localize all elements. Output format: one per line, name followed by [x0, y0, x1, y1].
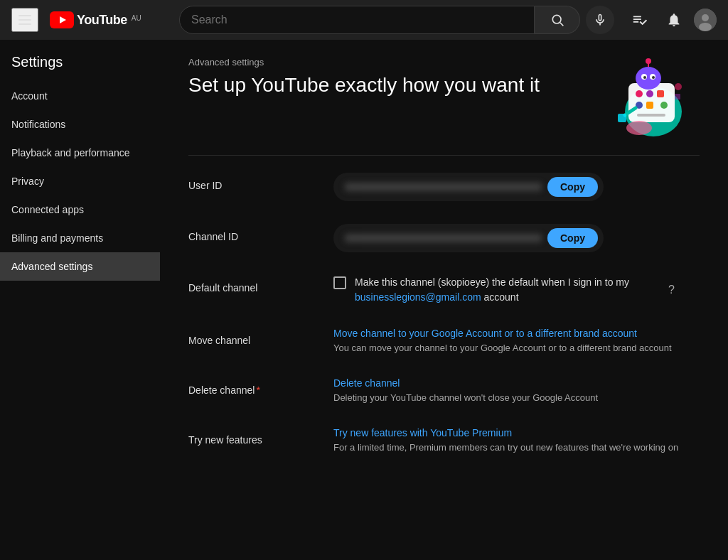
avatar[interactable] — [694, 9, 717, 31]
move-channel-value: Move channel to your Google Account or t… — [333, 328, 700, 355]
channel-id-label: Channel ID — [188, 224, 316, 242]
header: YouTube AU — [0, 0, 728, 40]
svg-rect-15 — [637, 114, 665, 117]
user-id-blur — [345, 183, 542, 191]
section-divider — [188, 155, 700, 156]
svg-point-22 — [646, 58, 651, 64]
sidebar-item-privacy[interactable]: Privacy — [0, 167, 160, 195]
settings-row-delete-channel: Delete channel* Delete channel Deleting … — [188, 377, 700, 404]
user-id-copy-button[interactable]: Copy — [547, 177, 598, 197]
hamburger-button[interactable] — [11, 8, 38, 32]
section-header-text: Advanced settings Set up YouTube exactly… — [188, 57, 540, 97]
move-channel-link[interactable]: Move channel to your Google Account or t… — [333, 328, 700, 339]
search-button[interactable] — [535, 6, 580, 34]
sidebar-item-label: Billing and payments — [11, 232, 103, 244]
search-input-wrap — [179, 6, 535, 34]
try-features-sub: For a limited time, Premium members can … — [333, 441, 700, 454]
page-body: Settings Account Notifications Playback … — [0, 40, 728, 560]
try-features-link-section: Try new features with YouTube Premium Fo… — [333, 427, 700, 454]
channel-id-blur — [345, 234, 542, 242]
svg-point-9 — [636, 90, 643, 97]
channel-email: businesslegions@gmail.com — [355, 291, 481, 303]
channel-id-copy-button[interactable]: Copy — [547, 228, 598, 248]
sidebar-item-label: Notifications — [11, 119, 65, 130]
country-label: AU — [132, 14, 141, 22]
svg-point-20 — [652, 76, 655, 79]
create-button[interactable] — [626, 6, 654, 34]
svg-line-3 — [560, 23, 563, 26]
section-header: Advanced settings Set up YouTube exactly… — [188, 57, 700, 144]
header-left: YouTube AU — [11, 8, 168, 32]
svg-rect-13 — [646, 102, 653, 109]
delete-channel-link[interactable]: Delete channel — [333, 377, 700, 389]
sidebar-item-playback[interactable]: Playback and performance — [0, 139, 160, 167]
user-id-field: Copy — [333, 173, 604, 201]
sidebar-item-notifications[interactable]: Notifications — [0, 110, 160, 139]
main-content: Advanced settings Set up YouTube exactly… — [160, 40, 728, 560]
delete-channel-sub: Deleting your YouTube channel won't clos… — [333, 392, 700, 404]
svg-rect-27 — [675, 94, 680, 99]
sidebar: Settings Account Notifications Playback … — [0, 40, 160, 560]
sidebar-item-label: Advanced settings — [11, 261, 92, 272]
delete-channel-value: Delete channel Deleting your YouTube cha… — [333, 377, 700, 404]
user-id-label: User ID — [188, 173, 316, 191]
settings-row-user-id: User ID Copy — [188, 173, 700, 201]
settings-row-try-features: Try new features Try new features with Y… — [188, 427, 700, 454]
svg-point-10 — [646, 90, 653, 97]
sidebar-item-connected-apps[interactable]: Connected apps — [0, 195, 160, 224]
svg-point-6 — [699, 23, 712, 31]
header-right — [626, 6, 717, 34]
svg-point-5 — [702, 14, 709, 21]
required-marker: * — [256, 384, 259, 396]
try-features-link[interactable]: Try new features with YouTube Premium — [333, 427, 700, 438]
delete-channel-label: Delete channel* — [188, 377, 316, 396]
mic-button[interactable] — [586, 6, 614, 34]
svg-rect-24 — [618, 114, 626, 122]
sidebar-item-label: Account — [11, 90, 48, 102]
delete-channel-link-section: Delete channel Deleting your YouTube cha… — [333, 377, 700, 404]
checkbox-row: Make this channel (skopioeye) the defaul… — [333, 275, 675, 305]
default-channel-text: Make this channel (skopioeye) the defaul… — [355, 275, 654, 305]
svg-point-26 — [675, 83, 682, 90]
default-channel-checkbox[interactable] — [333, 276, 346, 289]
youtube-logo-icon — [50, 11, 74, 28]
move-channel-link-section: Move channel to your Google Account or t… — [333, 328, 700, 355]
youtube-wordmark: YouTube — [77, 13, 127, 28]
move-channel-sub: You can move your channel to your Google… — [333, 342, 700, 355]
move-channel-label: Move channel — [188, 328, 316, 346]
hero-illustration — [586, 51, 700, 144]
try-features-label: Try new features — [188, 427, 316, 446]
svg-rect-11 — [657, 90, 664, 97]
youtube-logo[interactable]: YouTube AU — [50, 11, 141, 28]
default-channel-value: Make this channel (skopioeye) the defaul… — [333, 275, 700, 305]
try-features-value: Try new features with YouTube Premium Fo… — [333, 427, 700, 454]
sidebar-item-account[interactable]: Account — [0, 82, 160, 110]
svg-point-16 — [636, 67, 661, 90]
breadcrumb: Advanced settings — [188, 57, 540, 68]
sidebar-item-label: Connected apps — [11, 204, 84, 215]
sidebar-item-billing[interactable]: Billing and payments — [0, 224, 160, 252]
search-input[interactable] — [191, 14, 523, 26]
notifications-button[interactable] — [660, 6, 688, 34]
svg-point-25 — [626, 121, 652, 135]
sidebar-item-label: Privacy — [11, 176, 44, 187]
user-id-value: Copy — [333, 173, 700, 201]
svg-point-2 — [552, 15, 561, 23]
svg-point-19 — [643, 76, 646, 79]
settings-row-channel-id: Channel ID Copy — [188, 224, 700, 252]
sidebar-item-label: Playback and performance — [11, 147, 130, 158]
help-icon[interactable]: ? — [668, 284, 675, 296]
sidebar-item-advanced[interactable]: Advanced settings — [0, 252, 160, 281]
settings-row-move-channel: Move channel Move channel to your Google… — [188, 328, 700, 355]
default-channel-label: Default channel — [188, 275, 316, 294]
svg-point-14 — [660, 102, 668, 109]
channel-id-field: Copy — [333, 224, 604, 252]
channel-name: skopioeye — [441, 276, 486, 288]
search-bar — [179, 6, 614, 34]
page-title: Set up YouTube exactly how you want it — [188, 73, 540, 97]
settings-title: Settings — [0, 54, 160, 82]
settings-row-default-channel: Default channel Make this channel (skopi… — [188, 275, 700, 305]
channel-id-value: Copy — [333, 224, 700, 252]
